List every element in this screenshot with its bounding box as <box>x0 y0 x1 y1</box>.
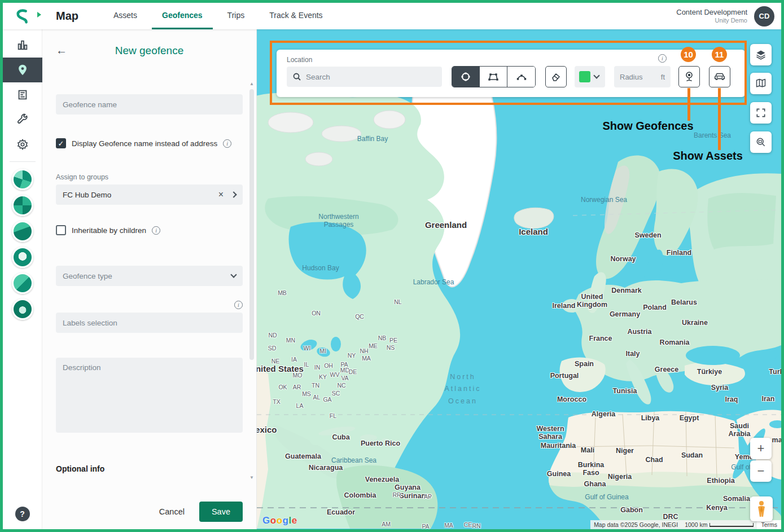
eraser-icon <box>550 71 562 82</box>
assign-groups-field[interactable]: FC Hub Demo × <box>56 184 243 205</box>
cancel-button[interactable]: Cancel <box>159 507 185 516</box>
google-logo: Google <box>262 515 297 526</box>
display-name-checkbox[interactable]: ✓ <box>56 138 66 148</box>
circle-tool-icon <box>460 71 471 82</box>
sidebar-expand-icon[interactable] <box>37 12 41 17</box>
geofence-name-input[interactable] <box>56 94 243 115</box>
header-tabs: AssetsGeofencesTripsTrack & Events <box>103 3 333 29</box>
location-search[interactable] <box>287 67 442 87</box>
bar-chart-icon <box>16 39 29 51</box>
info-icon[interactable]: i <box>152 226 160 235</box>
geofence-type-select[interactable]: Geofence type <box>56 266 243 286</box>
app-icon-5[interactable] <box>12 272 33 294</box>
polygon-tool-button[interactable] <box>480 67 507 87</box>
app-icon-6[interactable] <box>12 298 33 320</box>
chevron-right-icon[interactable] <box>230 191 236 197</box>
search-input[interactable] <box>306 73 436 81</box>
fullscreen-icon <box>755 107 767 118</box>
radius-unit: ft <box>661 73 665 81</box>
zoom-area-button[interactable] <box>750 131 772 153</box>
info-icon[interactable]: i <box>234 301 243 309</box>
display-name-label: Display Geofence name instead of address <box>72 139 217 148</box>
avatar[interactable]: CD <box>754 6 774 27</box>
layers-button[interactable] <box>750 44 772 65</box>
top-header: Map AssetsGeofencesTripsTrack & Events C… <box>3 3 781 29</box>
location-label: Location <box>287 56 312 64</box>
sidebar-item-reports[interactable] <box>3 33 42 58</box>
eraser-button[interactable] <box>545 66 567 87</box>
terms-link[interactable]: Terms <box>757 520 781 529</box>
draw-tool-group <box>452 66 536 87</box>
optional-info-heading: Optional info <box>56 464 243 473</box>
scroll-down-icon[interactable]: ▼ <box>249 475 254 481</box>
color-swatch <box>579 71 590 82</box>
scale-bar <box>709 523 754 527</box>
page-title: Map <box>56 10 78 23</box>
labels-selection-input[interactable] <box>56 313 243 333</box>
color-picker[interactable] <box>575 66 605 87</box>
radius-input[interactable] <box>620 73 652 81</box>
app-icon-1[interactable] <box>12 169 33 190</box>
tab-trips[interactable]: Trips <box>217 3 255 29</box>
annotation-show-geofences: Show Geofences <box>602 120 693 133</box>
app-logo[interactable] <box>3 3 42 29</box>
route-tool-icon <box>516 71 527 82</box>
sidebar-divider <box>10 161 36 162</box>
tab-geofences[interactable]: Geofences <box>152 3 213 29</box>
inheritable-label: Inheritable by children <box>72 226 146 235</box>
sidebar-item-map[interactable] <box>3 58 42 82</box>
map-pin-icon <box>16 64 29 76</box>
show-geofences-button[interactable] <box>678 66 700 87</box>
circle-tool-button[interactable] <box>452 67 480 87</box>
fullscreen-button[interactable] <box>750 102 772 124</box>
app-window: Map AssetsGeofencesTripsTrack & Events C… <box>0 0 784 532</box>
app-icon-2[interactable] <box>12 195 33 216</box>
map-type-button[interactable] <box>750 73 772 94</box>
info-icon[interactable]: i <box>223 139 231 148</box>
zoom-out-button[interactable]: − <box>750 460 772 482</box>
map-attribution-bar: Map data ©2025 Google, INEGI 1000 km Ter… <box>590 520 781 529</box>
new-geofence-panel: ← New geofence ✓ Display Geofence name i… <box>42 29 257 529</box>
description-textarea[interactable] <box>56 358 243 433</box>
pegman-button[interactable] <box>750 496 773 521</box>
scrollbar-thumb[interactable] <box>249 89 254 360</box>
polygon-tool-icon <box>488 71 499 82</box>
info-icon[interactable]: i <box>658 54 667 63</box>
unity-logo-icon <box>14 8 31 25</box>
save-button[interactable]: Save <box>199 502 243 522</box>
annotation-line <box>687 88 690 121</box>
user-info: Content Development Unity Demo <box>676 8 747 25</box>
route-tool-button[interactable] <box>507 67 535 87</box>
sidebar-item-reports-list[interactable] <box>3 82 42 107</box>
annotation-badge-11: 11 <box>712 47 727 62</box>
sidebar-item-settings[interactable] <box>3 132 42 157</box>
map-canvas[interactable]: Baffin BayNorthwestern PassagesHudson Ba… <box>257 29 781 529</box>
annotation-show-assets: Show Assets <box>673 150 743 162</box>
car-icon <box>713 71 726 83</box>
radius-field[interactable]: ft <box>614 66 671 87</box>
show-assets-button[interactable] <box>709 66 730 87</box>
layers-icon <box>755 49 767 60</box>
sidebar: ? <box>3 29 42 529</box>
panel-scrollbar[interactable]: ▲ ▼ <box>248 81 255 481</box>
scroll-up-icon[interactable]: ▲ <box>249 81 254 87</box>
app-icon-3[interactable] <box>12 221 33 242</box>
app-icon-4[interactable] <box>12 247 33 268</box>
inheritable-checkbox[interactable] <box>56 225 66 235</box>
map-type-icon <box>755 78 767 89</box>
sidebar-item-tools[interactable] <box>3 107 42 132</box>
gear-icon <box>16 138 29 151</box>
tab-track-events[interactable]: Track & Events <box>259 3 332 29</box>
wrench-icon <box>16 113 29 126</box>
geofence-type-placeholder: Geofence type <box>63 272 112 280</box>
geofence-view-icon <box>683 71 695 83</box>
chevron-down-icon <box>593 72 599 78</box>
map-scale: 1000 km <box>681 520 757 529</box>
pegman-icon <box>755 500 768 517</box>
tab-assets[interactable]: Assets <box>103 3 147 29</box>
clear-icon[interactable]: × <box>218 190 224 200</box>
help-button[interactable]: ? <box>15 507 30 521</box>
annotation-badge-10: 10 <box>681 47 696 62</box>
user-name: Content Development <box>676 8 747 17</box>
zoom-in-button[interactable]: + <box>750 438 772 459</box>
